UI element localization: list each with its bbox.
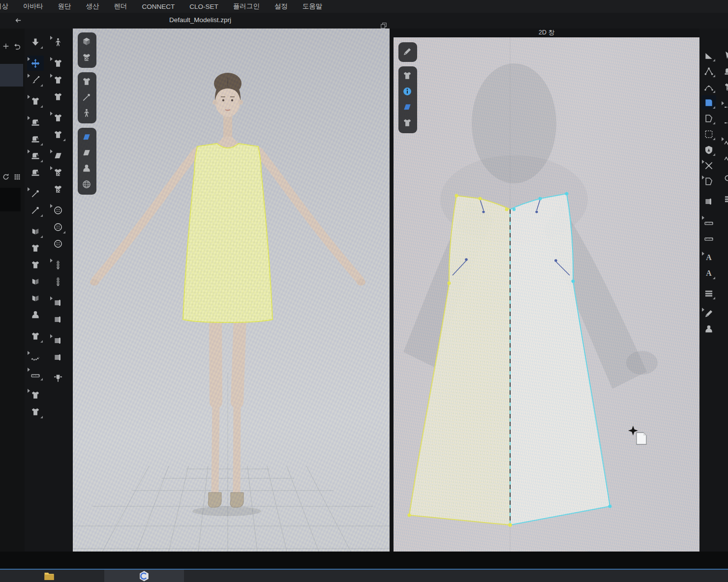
internal-ruler-tool[interactable] <box>701 214 716 229</box>
pin-garment-tool[interactable] <box>79 90 94 105</box>
edit-point-tool[interactable] <box>701 64 716 78</box>
button-place-tool[interactable] <box>50 203 66 218</box>
free-sewing-tool[interactable] <box>27 131 44 146</box>
ruler-measure-tool[interactable] <box>27 366 44 381</box>
select-lasso-tool[interactable] <box>27 72 44 87</box>
float-window-icon[interactable] <box>380 22 387 29</box>
select-move-tool[interactable] <box>27 56 44 71</box>
segment-sewing-tool[interactable] <box>27 115 44 130</box>
garment-measure-edit-tool[interactable] <box>27 404 44 419</box>
show-texture-2d-tool[interactable] <box>400 116 415 130</box>
fit-to-avatar-tool[interactable] <box>27 307 44 322</box>
fold-pattern-tool[interactable] <box>27 274 44 289</box>
show-fabric-2d-tool[interactable] <box>400 100 415 115</box>
pin-curve-tool[interactable] <box>27 203 44 218</box>
edit-sewing-tool[interactable] <box>27 165 44 180</box>
wind-a-tool[interactable] <box>50 56 66 71</box>
show-fabric-dark-tool[interactable] <box>79 146 94 160</box>
stitch-a-tool[interactable] <box>721 100 728 114</box>
menu-item-connect[interactable]: CONNECT <box>142 3 175 10</box>
texture-checker-tool[interactable] <box>50 165 66 180</box>
show-garment-tool[interactable] <box>79 74 94 89</box>
press-clamp-tool[interactable] <box>50 371 66 386</box>
binding-a-tool[interactable] <box>50 295 66 310</box>
piping-b-tool[interactable] <box>50 349 66 365</box>
menu-item-settings[interactable]: 설정 <box>274 2 288 11</box>
layer-fabric-tool[interactable] <box>721 192 728 206</box>
pattern-magnify-tool[interactable] <box>721 172 728 186</box>
garment-measure-tool[interactable] <box>27 387 44 403</box>
folder-icon[interactable] <box>43 570 55 582</box>
fold-arrangement-tool[interactable] <box>27 224 44 239</box>
select-mesh-tool[interactable] <box>27 93 44 109</box>
clone-layer-tool[interactable] <box>27 257 44 272</box>
trace-seam-tool[interactable] <box>701 127 716 141</box>
menu-item-fabric[interactable]: 원단 <box>58 2 71 11</box>
transform-pattern-tool[interactable] <box>701 48 716 62</box>
menu-item-production[interactable]: 생산 <box>86 2 99 11</box>
solidify-tool[interactable] <box>27 240 44 256</box>
edit-curvature-tool[interactable] <box>701 80 716 94</box>
fabric-grab-tool[interactable] <box>50 148 66 163</box>
zipper-tool[interactable] <box>50 274 66 289</box>
cross-dart-tool[interactable] <box>701 158 716 173</box>
add-icon[interactable] <box>2 42 10 50</box>
cut-sew-tool[interactable] <box>701 306 716 320</box>
text-edit-tool[interactable] <box>701 266 716 280</box>
show-world-tool[interactable] <box>79 177 94 192</box>
show-mannequin-tool[interactable] <box>79 161 94 176</box>
button-tool[interactable] <box>50 219 66 234</box>
piping-a-tool[interactable] <box>50 333 66 348</box>
menu-item-render[interactable]: 렌더 <box>114 2 127 11</box>
back-arrow-icon[interactable] <box>14 16 22 25</box>
machine-extra-tool[interactable] <box>721 64 728 78</box>
text-tool-tool[interactable] <box>701 250 716 264</box>
add-pattern-tool[interactable] <box>701 95 716 110</box>
2d-viewport[interactable] <box>394 37 699 552</box>
pin-tool[interactable] <box>27 186 44 201</box>
menu-item-plugin[interactable]: 플러그인 <box>233 2 260 11</box>
polygon-shape-tool[interactable] <box>701 174 716 188</box>
mn-sewing-tool[interactable] <box>27 148 44 163</box>
pattern-piece-right[interactable] <box>510 194 610 525</box>
undo-icon[interactable] <box>13 42 21 50</box>
view-garment-cube-tool[interactable] <box>79 50 94 65</box>
grading-tool[interactable] <box>27 328 44 344</box>
texture-edit-tool[interactable] <box>50 181 66 197</box>
show-pattern-tool[interactable] <box>400 68 415 83</box>
menu-item-closet[interactable]: CLO-SET <box>189 3 218 10</box>
drape-a-tool[interactable] <box>50 110 66 125</box>
menu-item-avatar[interactable]: 아바타 <box>23 2 43 11</box>
menu-item-garment[interactable]: 의상 <box>0 2 8 11</box>
grid-view-icon[interactable] <box>13 173 21 181</box>
pattern-info-tool[interactable] <box>400 84 415 99</box>
fabric-strip-tool[interactable] <box>701 194 716 208</box>
binding-b-tool[interactable] <box>50 312 66 327</box>
show-fabric-tool[interactable] <box>79 130 94 145</box>
checker-extra-tool[interactable] <box>721 80 728 94</box>
dress-3d[interactable] <box>183 144 273 322</box>
zipper-place-tool[interactable] <box>50 257 66 272</box>
avatar-pose-tool[interactable] <box>50 34 66 50</box>
project-tab[interactable]: Default_Modelist.zprj <box>169 16 231 24</box>
tape-measure-tool[interactable] <box>27 349 44 365</box>
3d-viewport[interactable] <box>73 29 390 552</box>
seam-ruler-tool[interactable] <box>701 230 716 244</box>
clo-hexagon-icon[interactable] <box>138 570 150 582</box>
show-avatar-tool[interactable] <box>79 106 94 120</box>
view-cube-tool[interactable] <box>79 34 94 49</box>
refresh-icon[interactable] <box>2 173 10 181</box>
flip-pattern-tool[interactable] <box>27 291 44 306</box>
dart-tool[interactable] <box>701 143 716 157</box>
wind-c-tool[interactable] <box>50 89 66 104</box>
zigzag-b-tool[interactable] <box>721 151 728 166</box>
trace-pattern-tool[interactable] <box>701 111 716 125</box>
edit-curve-2d-tool[interactable] <box>400 44 415 59</box>
menu-item-help[interactable]: 도움말 <box>303 2 323 11</box>
avatar-pattern-tool[interactable] <box>701 322 716 336</box>
drape-b-tool[interactable] <box>50 127 66 142</box>
buttonhole-tool[interactable] <box>50 236 66 251</box>
panel-layout-tool[interactable] <box>701 286 716 300</box>
zigzag-a-tool[interactable] <box>721 136 728 150</box>
cursor-extra-tool[interactable] <box>721 48 728 62</box>
